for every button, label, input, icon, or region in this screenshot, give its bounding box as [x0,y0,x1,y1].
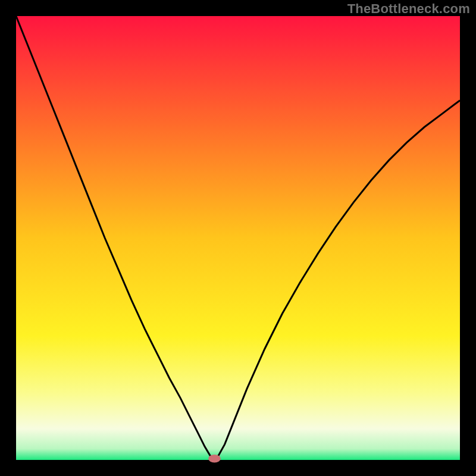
watermark-text: TheBottleneck.com [347,1,470,17]
chart-frame: { "watermark": "TheBottleneck.com", "cha… [0,0,476,476]
bottleneck-chart [0,0,476,476]
plot-background [16,16,460,460]
optimum-marker [208,455,221,462]
